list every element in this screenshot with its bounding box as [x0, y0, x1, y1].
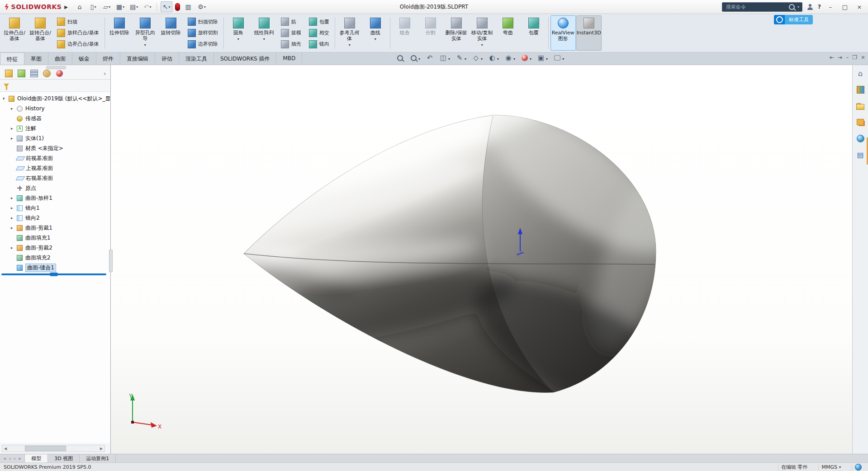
tree-item-annotations[interactable]: 注解 — [0, 123, 110, 133]
sheet-icon[interactable]: ▥ — [183, 2, 194, 12]
tab-solidworks-addins[interactable]: SOLIDWORKS 插件 — [214, 52, 276, 65]
expand-pane-icon[interactable]: › — [104, 71, 106, 77]
model-oloid[interactable] — [111, 65, 852, 454]
new-document-icon[interactable]: ▯▾ — [88, 2, 99, 12]
display-style-icon[interactable]: ◐ — [488, 54, 499, 62]
ribbon-button-wrap-2[interactable]: 包覆 — [521, 15, 546, 51]
scroll-left-icon[interactable]: ◀ — [2, 447, 9, 451]
command-search-box[interactable]: ▾ — [722, 2, 802, 12]
expander-icon[interactable] — [11, 196, 17, 200]
save-icon[interactable]: ▦▾ — [115, 2, 126, 12]
tree-item-surface-loft1[interactable]: 曲面-放样1 — [0, 193, 110, 203]
tab-sketch[interactable]: 草图 — [24, 52, 48, 65]
scrollbar-track[interactable] — [9, 445, 98, 452]
tree-item-surface-fill2[interactable]: 曲面填充2 — [0, 253, 110, 263]
tab-mbd[interactable]: MBD — [276, 52, 302, 65]
expander-icon[interactable] — [11, 226, 17, 230]
appearances-scenes-icon[interactable] — [856, 134, 865, 143]
scroll-right-icon[interactable]: ▶ — [98, 447, 104, 451]
tab-sheet-metal[interactable]: 钣金 — [72, 52, 96, 65]
last-tab-icon[interactable]: » — [18, 456, 21, 461]
graphics-viewport[interactable]: Y X — [111, 65, 852, 454]
status-globe-icon[interactable] — [852, 464, 864, 471]
dock-right-icon[interactable]: ⇥ — [838, 54, 842, 61]
tree-item-mirror2[interactable]: 镜向2 — [0, 213, 110, 223]
filter-funnel-icon[interactable] — [4, 84, 9, 87]
panel-maximize-icon[interactable]: ❐ — [852, 54, 857, 61]
expander-icon[interactable] — [11, 126, 17, 131]
panel-collapse-handle[interactable] — [46, 66, 66, 69]
window-close-button[interactable]: × — [854, 2, 864, 11]
ribbon-button-boundary-cut[interactable]: 边界切除 — [185, 39, 221, 50]
home-tab-icon[interactable]: ⌂ — [856, 69, 865, 78]
tree-item-root[interactable]: Oloid曲面-2019版 (默认<<默认>_显示 — [0, 94, 110, 104]
first-tab-icon[interactable]: « — [4, 456, 6, 461]
tree-item-sensors[interactable]: 传感器 — [0, 113, 110, 123]
tree-item-material[interactable]: 材质 <未指定> — [0, 143, 110, 153]
tree-item-solid-bodies[interactable]: 实体(1) — [0, 133, 110, 143]
tab-weldments[interactable]: 焊件 — [96, 52, 120, 65]
tree-item-surface-knit1[interactable]: 曲面-缝合1 — [0, 263, 110, 273]
ribbon-button-mirror[interactable]: 镜向 — [306, 39, 332, 50]
ribbon-button-intersect[interactable]: 相交 — [306, 28, 332, 38]
units-selector[interactable]: MMGS▾ — [818, 464, 844, 470]
annotation-views-icon[interactable]: ✎ — [455, 54, 466, 62]
bottom-tab-model[interactable]: 模型 — [25, 454, 48, 462]
tree-item-surface-trim1[interactable]: 曲面-剪裁1 — [0, 223, 110, 233]
ribbon-button-revolved-cut[interactable]: 旋转切除 — [158, 15, 184, 51]
tree-item-surface-trim2[interactable]: 曲面-剪裁2 — [0, 243, 110, 253]
file-explorer-icon[interactable] — [856, 101, 865, 110]
previous-view-icon[interactable]: ↶ — [426, 54, 434, 62]
home-icon[interactable]: ⌂ — [74, 2, 85, 12]
tree-item-right-plane[interactable]: 右视基准面 — [0, 173, 110, 183]
search-icon[interactable] — [789, 4, 795, 10]
ribbon-button-move-copy-bodies[interactable]: 移动/复制实体 — [470, 15, 495, 51]
window-minimize-button[interactable]: – — [825, 2, 835, 11]
ribbon-button-hole-wizard[interactable]: 异型孔向导 — [133, 15, 158, 51]
zoom-area-icon[interactable] — [409, 54, 420, 62]
ribbon-button-linear-pattern[interactable]: 线性阵列 — [251, 15, 277, 51]
panel-minimize-icon[interactable]: – — [846, 54, 849, 61]
ribbon-button-curves[interactable]: 曲线 — [363, 15, 388, 51]
print-icon[interactable]: ▤▾ — [128, 2, 139, 12]
apply-scene-icon[interactable]: ▣ — [537, 54, 548, 62]
ribbon-button-combine[interactable]: 组合 — [392, 15, 417, 51]
panel-close-icon[interactable]: × — [861, 54, 865, 61]
ribbon-button-reference-geometry[interactable]: 参考几何体 — [337, 15, 362, 51]
options-gear-icon[interactable]: ⚙▾ — [196, 2, 207, 12]
tab-features[interactable]: 特征 — [0, 52, 24, 65]
select-tool-icon[interactable]: ↖▾ — [161, 1, 172, 12]
ribbon-button-lofted-cut[interactable]: 放样切割 — [185, 28, 221, 38]
search-dropdown-icon[interactable]: ▾ — [797, 5, 799, 9]
featuremanager-tab-icon[interactable] — [5, 70, 13, 78]
notification-badge[interactable]: 标准工具 — [774, 15, 813, 24]
bottom-tab-3d-views[interactable]: 3D 视图 — [48, 454, 80, 462]
ribbon-button-split[interactable]: 分割 — [418, 15, 443, 51]
ribbon-button-shell[interactable]: 抽壳 — [278, 39, 304, 50]
view-settings-icon[interactable]: 🖵 — [553, 54, 564, 62]
ribbon-button-boundary-boss[interactable]: 边界凸台/基体 — [54, 39, 102, 50]
view-palette-icon[interactable] — [856, 118, 865, 127]
tree-item-surface-fill1[interactable]: 曲面填充1 — [0, 233, 110, 243]
prev-tab-icon[interactable]: ‹ — [9, 456, 11, 461]
ribbon-button-draft[interactable]: 拔模 — [278, 28, 304, 38]
expander-icon[interactable] — [11, 106, 17, 111]
undo-icon[interactable]: ↶▾ — [142, 2, 153, 12]
displaymanager-tab-icon[interactable] — [55, 70, 63, 78]
tree-item-mirror1[interactable]: 镜向1 — [0, 203, 110, 213]
dock-left-icon[interactable]: ⇤ — [830, 54, 834, 61]
propertymanager-tab-icon[interactable] — [17, 70, 25, 78]
open-document-icon[interactable]: ▱▾ — [101, 2, 112, 12]
tree-item-origin[interactable]: 原点 — [0, 183, 110, 193]
ribbon-button-wrap[interactable]: 包覆 — [306, 16, 332, 27]
zoom-fit-icon[interactable] — [396, 54, 404, 62]
tab-render-tools[interactable]: 渲染工具 — [179, 52, 214, 65]
tree-item-top-plane[interactable]: 上视基准面 — [0, 163, 110, 173]
view-orientation-icon[interactable]: ◇ — [472, 54, 483, 62]
tree-item-front-plane[interactable]: 前视基准面 — [0, 153, 110, 163]
tree-horizontal-scrollbar[interactable]: ◀ ▶ — [2, 445, 105, 452]
ribbon-button-extruded-cut[interactable]: 拉伸切除 — [107, 15, 132, 51]
ribbon-button-revolved-boss[interactable]: 旋转凸台/基体 — [28, 15, 53, 51]
expander-icon[interactable] — [11, 245, 17, 250]
ribbon-button-fillet[interactable]: 圆角 — [226, 15, 251, 51]
